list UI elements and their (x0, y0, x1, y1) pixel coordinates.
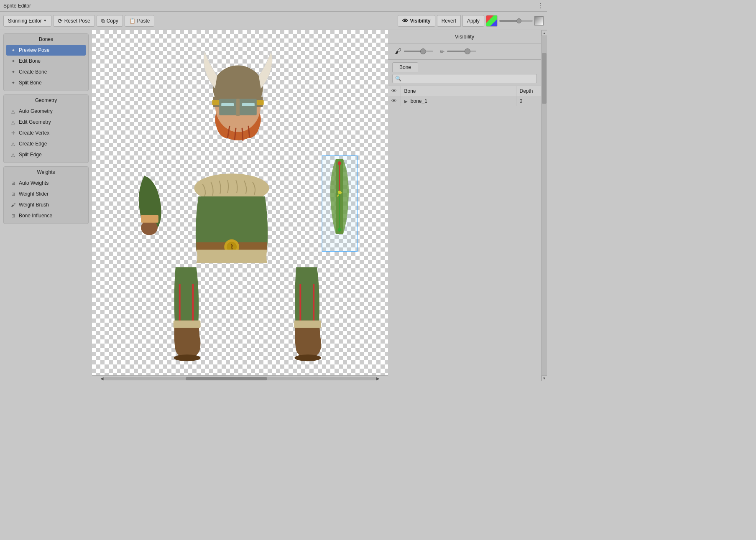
toolbar: Skinning Editor ⟳ Reset Pose ⧉ Copy 📋 Pa… (0, 12, 547, 30)
paste-icon: 📋 (129, 18, 135, 24)
bone-influence-button[interactable]: ⊞ Bone Influence (6, 210, 86, 221)
bone-tab[interactable]: Bone (392, 62, 418, 72)
svg-rect-13 (242, 103, 255, 106)
visibility-col-header: 👁 (388, 86, 401, 96)
weight-slider-button[interactable]: ⊞ Weight Slider (6, 188, 86, 199)
svg-point-27 (338, 161, 341, 165)
visibility-eye-icon: 👁 (402, 18, 408, 24)
geometry-slider-group: ✏ (440, 48, 476, 55)
revert-button[interactable]: Revert (437, 15, 461, 27)
svg-point-37 (294, 354, 321, 361)
svg-line-6 (242, 128, 243, 141)
split-edge-icon: △ (10, 151, 16, 158)
right-scrollbar: ▲ ▼ (541, 30, 547, 381)
svg-rect-12 (221, 103, 234, 106)
bone-col-header: Bone (401, 86, 516, 96)
apply-button[interactable]: Apply (462, 15, 484, 27)
bones-section: Bones ✦ Preview Pose ✦ Edit Bone ✦ Creat… (3, 33, 89, 91)
edit-bone-icon: ✦ (10, 58, 16, 64)
bone-tab-section: Bone (388, 60, 541, 86)
bone-search-input[interactable] (392, 74, 537, 83)
viking-leg-left-group (174, 267, 201, 361)
create-bone-icon: ✦ (10, 69, 16, 75)
edit-geometry-button[interactable]: △ Edit Geometry (6, 117, 86, 127)
viking-arm-group (139, 176, 161, 235)
bones-title: Bones (6, 36, 86, 42)
reset-icon: ⟳ (58, 18, 63, 24)
viking-head-group (204, 51, 272, 141)
geometry-section: Geometry △ Auto Geometry △ Edit Geometry… (3, 94, 89, 163)
svg-point-29 (338, 228, 341, 232)
auto-weights-icon: ⊞ (10, 180, 16, 186)
create-bone-button[interactable]: ✦ Create Bone (6, 66, 86, 77)
brush-slider-group: 🖌 (395, 48, 433, 55)
viking-leg-right-group (294, 267, 321, 361)
bone-eye-icon[interactable]: 👁 (391, 98, 397, 104)
bone-depth-cell: 0 (516, 96, 541, 106)
right-panel: Visibility 🖌 ✏ Bone (388, 30, 547, 381)
scroll-right-arrow[interactable]: ▶ (376, 376, 380, 381)
sprite-canvas: ᚱ (92, 30, 388, 375)
geometry-title: Geometry (6, 97, 86, 103)
expand-bone-icon[interactable]: ▶ (404, 99, 408, 104)
bone-table: 👁 Bone Depth 👁 ▶ (388, 86, 541, 106)
create-vertex-button[interactable]: ✛ Create Vertex (6, 127, 86, 138)
copy-button[interactable]: ⧉ Copy (97, 15, 123, 27)
bone-name: bone_1 (411, 98, 427, 104)
brush-icon: 🖌 (395, 48, 401, 55)
visibility-button[interactable]: 👁 Visibility (398, 15, 435, 27)
weights-section: Weights ⊞ Auto Weights ⊞ Weight Slider 🖌… (3, 166, 89, 224)
svg-point-33 (174, 354, 201, 361)
svg-point-28 (338, 191, 341, 194)
toolbar-slider[interactable] (499, 20, 533, 22)
viking-body-group: ᚱ (194, 173, 269, 263)
right-scroll-track[interactable] (541, 36, 547, 375)
scroll-up-arrow[interactable]: ▲ (541, 30, 547, 36)
bone-visibility-cell: 👁 (388, 96, 401, 106)
right-scroll-thumb (542, 53, 547, 104)
color-button[interactable] (486, 15, 498, 27)
preview-pose-icon: ✦ (10, 47, 16, 53)
menu-dots[interactable]: ⋮ (537, 2, 544, 10)
toolbar-slider-container (499, 16, 544, 25)
depth-col-header: Depth (516, 86, 541, 96)
weight-brush-button[interactable]: 🖌 Weight Brush (6, 199, 86, 210)
svg-rect-14 (236, 99, 240, 116)
bone-influence-icon: ⊞ (10, 212, 16, 219)
bone-table-container: 👁 Bone Depth 👁 ▶ (388, 86, 541, 381)
scroll-down-arrow[interactable]: ▼ (541, 375, 547, 381)
canvas-scrollbar: ◀ ▶ (92, 375, 388, 381)
visibility-panel-header: Visibility (388, 30, 541, 43)
edit-geometry-icon: △ (10, 119, 16, 125)
svg-text:ᚱ: ᚱ (230, 243, 233, 250)
edit-bone-button[interactable]: ✦ Edit Bone (6, 56, 86, 66)
canvas-viewport[interactable]: ᚱ (92, 30, 388, 375)
auto-geometry-button[interactable]: △ Auto Geometry (6, 106, 86, 117)
main-content: Bones ✦ Preview Pose ✦ Edit Bone ✦ Creat… (0, 30, 547, 381)
split-bone-button[interactable]: ✦ Split Bone (6, 77, 86, 88)
canvas-area: ᚱ (92, 30, 388, 381)
copy-icon: ⧉ (101, 18, 105, 24)
skinning-editor-label: Skinning Editor (8, 18, 42, 24)
create-edge-button[interactable]: △ Create Edge (6, 138, 86, 149)
bone-name-cell: ▶ bone_1 (401, 96, 516, 106)
preview-pose-button[interactable]: ✦ Preview Pose (6, 45, 86, 56)
table-row: 👁 ▶ bone_1 0 (388, 96, 541, 106)
header-eye-icon: 👁 (391, 88, 397, 94)
brush-opacity-slider[interactable] (404, 51, 433, 52)
reset-pose-button[interactable]: ⟳ Reset Pose (53, 15, 95, 27)
geometry-opacity-slider[interactable] (447, 51, 476, 52)
gradient-square (534, 16, 544, 25)
skinning-editor-dropdown[interactable]: Skinning Editor (3, 15, 51, 27)
svg-rect-16 (141, 215, 158, 223)
scroll-track[interactable] (104, 377, 376, 380)
visibility-sliders-row: 🖌 ✏ (388, 43, 541, 60)
left-panel: Bones ✦ Preview Pose ✦ Edit Bone ✦ Creat… (0, 30, 92, 381)
svg-rect-32 (174, 321, 201, 328)
split-edge-button[interactable]: △ Split Edge (6, 149, 86, 160)
auto-weights-button[interactable]: ⊞ Auto Weights (6, 178, 86, 188)
scroll-left-arrow[interactable]: ◀ (100, 376, 104, 381)
weight-slider-icon: ⊞ (10, 191, 16, 197)
viking-weapon-group (322, 156, 358, 252)
paste-button[interactable]: 📋 Paste (125, 15, 155, 27)
